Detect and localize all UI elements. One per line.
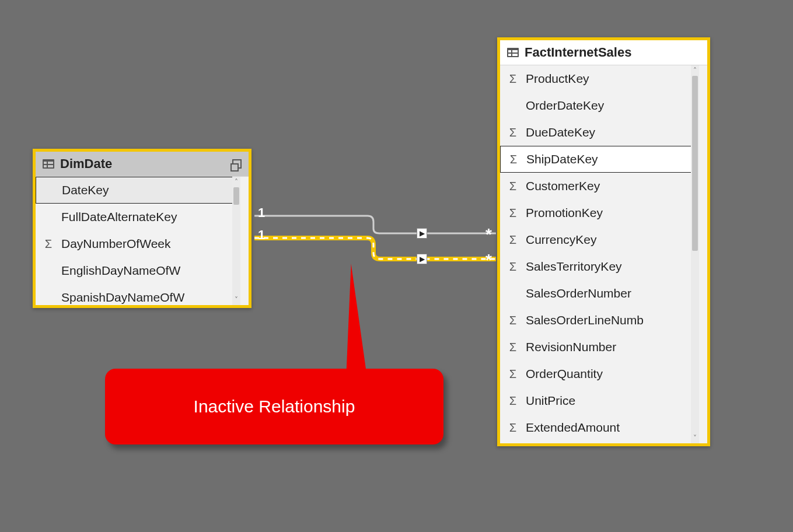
field-name: CurrencyKey xyxy=(526,233,596,247)
field-name: OrderDateKey xyxy=(526,99,604,113)
field-row[interactable]: ΣRevisionNumber xyxy=(500,334,699,360)
cardinality-many-r1: * xyxy=(485,225,492,244)
field-name: DateKey xyxy=(62,183,109,197)
field-row[interactable]: ΣEnglishDayNameOfW xyxy=(36,257,240,284)
field-list-dimdate: ΣDateKey ΣFullDateAlternateKey ΣDayNumbe… xyxy=(36,177,240,305)
scrollbar[interactable]: ˄ ˅ xyxy=(232,177,240,305)
field-row[interactable]: ΣOrderDateKey xyxy=(500,92,699,119)
field-row[interactable]: ΣCurrencyKey xyxy=(500,226,699,253)
restore-icon[interactable] xyxy=(232,159,242,169)
field-row[interactable]: ΣDayNumberOfWeek xyxy=(36,230,240,257)
field-row[interactable]: ΣSalesOrderNumber xyxy=(500,280,699,307)
model-canvas: 1 1 * * ▶ ▶ DimDate ΣDateKey ΣFullDateAl… xyxy=(0,0,793,532)
field-row[interactable]: ΣOrderQuantity xyxy=(500,360,699,387)
field-name: CustomerKey xyxy=(526,179,600,193)
scroll-up-icon[interactable]: ˄ xyxy=(232,177,240,187)
field-name: RevisionNumber xyxy=(526,340,616,354)
table-title: DimDate xyxy=(60,156,228,172)
sigma-icon: Σ xyxy=(506,341,520,354)
sigma-icon: Σ xyxy=(506,368,520,381)
sigma-icon: Σ xyxy=(506,180,520,193)
field-name: SalesOrderNumber xyxy=(526,286,631,300)
field-name: UnitPrice xyxy=(526,394,575,408)
annotation-callout: Inactive Relationship xyxy=(105,369,443,444)
filter-direction-r1[interactable]: ▶ xyxy=(417,228,427,239)
sigma-icon: Σ xyxy=(506,206,520,220)
table-icon xyxy=(507,48,519,57)
scroll-thumb[interactable] xyxy=(692,76,698,251)
field-row[interactable]: ΣFullDateAlternateKey xyxy=(36,204,240,230)
field-name: ExtendedAmount xyxy=(526,421,620,435)
field-row[interactable]: ΣProductKey xyxy=(500,65,699,92)
cardinality-one-r1: 1 xyxy=(258,205,265,220)
table-icon xyxy=(43,159,54,169)
field-name: ShipDateKey xyxy=(526,152,598,166)
field-name: DayNumberOfWeek xyxy=(61,237,171,251)
sigma-icon: Σ xyxy=(506,260,520,274)
table-header-fact[interactable]: FactInternetSales xyxy=(500,40,707,65)
sigma-icon: Σ xyxy=(506,314,520,327)
filter-direction-r2[interactable]: ▶ xyxy=(417,254,427,264)
field-row[interactable]: ΣSpanishDayNameOfW xyxy=(36,284,240,305)
field-row[interactable]: ΣCustomerKey xyxy=(500,173,699,200)
field-row[interactable]: ΣUnitPrice xyxy=(500,387,699,414)
table-card-fact[interactable]: FactInternetSales ΣProductKey ΣOrderDate… xyxy=(497,37,710,446)
field-row[interactable]: ΣPromotionKey xyxy=(500,200,699,226)
field-row[interactable]: ΣShipDateKey xyxy=(500,146,699,173)
sigma-icon: Σ xyxy=(506,421,520,435)
field-name: DueDateKey xyxy=(526,125,595,139)
scroll-down-icon[interactable]: ˅ xyxy=(691,433,699,443)
table-header-dimdate[interactable]: DimDate xyxy=(36,152,249,177)
scroll-down-icon[interactable]: ˅ xyxy=(232,295,240,305)
sigma-icon: Σ xyxy=(41,237,55,251)
field-name: OrderQuantity xyxy=(526,367,603,381)
field-name: PromotionKey xyxy=(526,206,603,220)
field-row[interactable]: ΣSalesTerritoryKey xyxy=(500,253,699,280)
table-title: FactInternetSales xyxy=(525,45,700,60)
field-name: ProductKey xyxy=(526,72,589,86)
field-row[interactable]: ΣExtendedAmount xyxy=(500,414,699,441)
field-name: FullDateAlternateKey xyxy=(61,210,177,224)
sigma-icon: Σ xyxy=(506,394,520,408)
sigma-icon: Σ xyxy=(506,126,520,139)
field-name: SpanishDayNameOfW xyxy=(61,290,184,304)
cardinality-many-r2: * xyxy=(485,251,492,270)
sigma-icon: Σ xyxy=(506,72,520,86)
field-row[interactable]: ΣSalesOrderLineNumb xyxy=(500,307,699,334)
field-list-fact: ΣProductKey ΣOrderDateKey ΣDueDateKey ΣS… xyxy=(500,65,699,443)
field-name: EnglishDayNameOfW xyxy=(61,264,180,278)
sigma-icon: Σ xyxy=(506,153,520,166)
scroll-thumb[interactable] xyxy=(233,187,239,205)
field-row[interactable]: ΣDateKey xyxy=(36,177,240,204)
field-name: SalesTerritoryKey xyxy=(526,260,622,274)
field-name: SalesOrderLineNumb xyxy=(526,313,644,327)
callout-text: Inactive Relationship xyxy=(194,397,355,416)
sigma-icon: Σ xyxy=(506,233,520,247)
scroll-up-icon[interactable]: ˄ xyxy=(691,65,699,76)
table-card-dimdate[interactable]: DimDate ΣDateKey ΣFullDateAlternateKey Σ… xyxy=(33,149,251,308)
scrollbar[interactable]: ˄ ˅ xyxy=(691,65,699,443)
cardinality-one-r2: 1 xyxy=(258,228,265,243)
field-row[interactable]: ΣDueDateKey xyxy=(500,119,699,146)
